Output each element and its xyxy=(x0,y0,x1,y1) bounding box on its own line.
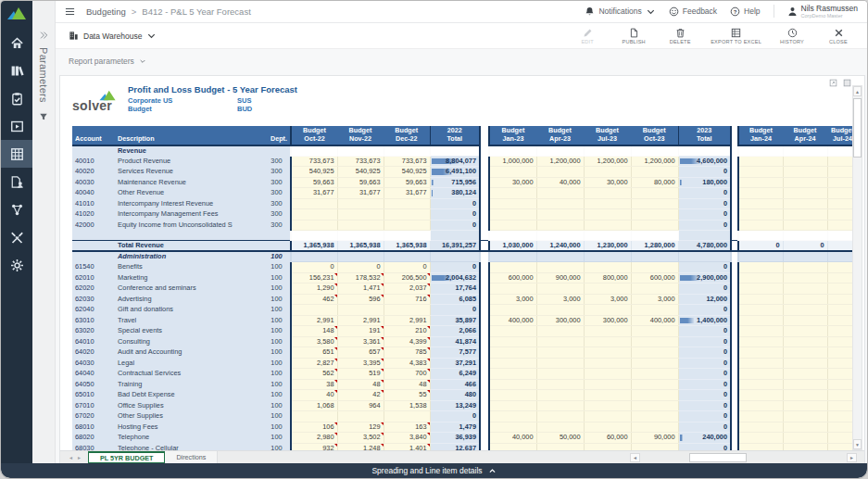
cell-budget-value[interactable]: 31,677 xyxy=(384,188,430,199)
filter-funnel-icon[interactable] xyxy=(39,112,48,121)
cell-budget-value[interactable] xyxy=(631,422,678,433)
cell-budget-value[interactable]: 50,000 xyxy=(536,433,584,444)
cell-budget-value[interactable]: 700 xyxy=(384,369,430,380)
cell-budget-value[interactable] xyxy=(783,209,827,221)
cell-budget-value[interactable] xyxy=(631,167,678,178)
cell-budget-value[interactable] xyxy=(536,422,584,433)
cell-budget-value[interactable]: 59,663 xyxy=(384,177,430,188)
cell-budget-value[interactable] xyxy=(337,305,384,316)
cell-budget-value[interactable] xyxy=(536,188,584,199)
cell-budget-value[interactable] xyxy=(738,167,783,178)
cell-budget-value[interactable] xyxy=(738,411,783,422)
cell-budget-value[interactable]: 148 xyxy=(291,326,337,337)
cell-budget-value[interactable] xyxy=(738,209,783,221)
cell-budget-value[interactable] xyxy=(631,284,678,295)
cell-budget-value[interactable] xyxy=(584,326,631,337)
cell-budget-value[interactable] xyxy=(738,326,783,337)
cell-budget-value[interactable] xyxy=(783,326,827,337)
vertical-scrollbar[interactable]: ▲ ▼ xyxy=(852,85,862,450)
horizontal-scrollbar[interactable]: ◄ ► xyxy=(630,453,857,462)
user-menu[interactable]: Nils Rasmussen CorpDemo Master xyxy=(787,5,858,19)
cell-budget-value[interactable] xyxy=(783,315,827,326)
cell-budget-value[interactable] xyxy=(489,220,536,231)
cell-budget-value[interactable] xyxy=(536,390,584,401)
cell-budget-value[interactable]: 300,000 xyxy=(536,315,584,326)
cell-budget-value[interactable]: 1,471 xyxy=(337,284,384,295)
cell-budget-value[interactable] xyxy=(631,220,678,231)
cell-budget-value[interactable] xyxy=(738,220,783,231)
cell-budget-value[interactable]: 191 xyxy=(337,326,384,337)
cell-budget-value[interactable] xyxy=(291,220,337,231)
cell-budget-value[interactable] xyxy=(489,167,536,178)
cell-budget-value[interactable]: 1,068 xyxy=(291,400,337,411)
cell-budget-value[interactable] xyxy=(584,198,631,209)
cell-budget-value[interactable] xyxy=(631,188,678,199)
cell-budget-value[interactable] xyxy=(631,358,678,369)
cell-budget-value[interactable] xyxy=(536,358,584,369)
cell-budget-value[interactable]: 2,991 xyxy=(291,315,337,326)
cell-budget-value[interactable]: 59,663 xyxy=(337,177,384,188)
cell-budget-value[interactable] xyxy=(783,156,827,167)
cell-budget-value[interactable] xyxy=(584,284,631,295)
cell-budget-value[interactable] xyxy=(631,400,678,411)
cell-budget-value[interactable]: 540,925 xyxy=(291,167,337,178)
cell-budget-value[interactable] xyxy=(489,284,536,295)
cell-budget-value[interactable]: 651 xyxy=(291,347,337,359)
parameters-panel[interactable]: Parameters xyxy=(32,1,56,463)
cell-budget-value[interactable]: 30,000 xyxy=(584,177,631,188)
breadcrumb-app[interactable]: Budgeting xyxy=(86,6,126,17)
cell-budget-value[interactable]: 964 xyxy=(337,400,384,411)
sidebar-item-clipboard-check[interactable] xyxy=(1,84,32,112)
cell-budget-value[interactable]: 1,290 xyxy=(291,284,337,295)
cell-budget-value[interactable]: 932 xyxy=(291,443,337,450)
cell-budget-value[interactable] xyxy=(536,443,584,450)
cell-budget-value[interactable] xyxy=(631,379,678,390)
publish-button[interactable]: PUBLISH xyxy=(612,26,655,45)
delete-button[interactable]: DELETE xyxy=(659,26,701,45)
cell-budget-value[interactable] xyxy=(536,400,584,411)
vertical-scroll-thumb[interactable] xyxy=(853,98,862,158)
cell-budget-value[interactable]: 38 xyxy=(291,379,337,390)
sheet-tab-pl-5yr-budget[interactable]: PL 5YR BUDGET xyxy=(88,451,165,463)
cell-budget-value[interactable]: 600,000 xyxy=(631,272,678,284)
cell-budget-value[interactable] xyxy=(384,198,430,209)
cell-budget-value[interactable]: 462 xyxy=(291,294,337,305)
cell-budget-value[interactable]: 40,000 xyxy=(536,177,584,188)
sidebar-item-home[interactable] xyxy=(1,29,32,57)
cell-budget-value[interactable] xyxy=(738,305,783,316)
cell-budget-value[interactable] xyxy=(631,369,678,380)
close-button[interactable]: CLOSE xyxy=(817,26,860,45)
sidebar-item-gear[interactable] xyxy=(1,251,32,279)
cell-budget-value[interactable]: 40,000 xyxy=(489,433,536,444)
cell-budget-value[interactable]: 40 xyxy=(291,390,337,401)
cell-budget-value[interactable]: 3,000 xyxy=(631,294,678,305)
sidebar-item-binder[interactable] xyxy=(1,57,32,84)
notifications-button[interactable]: Notifications xyxy=(585,6,655,17)
cell-budget-value[interactable] xyxy=(738,358,783,369)
cell-budget-value[interactable] xyxy=(631,411,678,422)
cell-budget-value[interactable] xyxy=(738,400,783,411)
cell-budget-value[interactable] xyxy=(738,262,783,273)
cell-budget-value[interactable]: 657 xyxy=(337,347,384,359)
cell-budget-value[interactable] xyxy=(783,272,827,284)
cell-budget-value[interactable]: 1,538 xyxy=(384,400,430,411)
cell-budget-value[interactable] xyxy=(783,220,827,231)
cell-budget-value[interactable]: 55 xyxy=(384,390,430,401)
sidebar-item-budget-grid[interactable] xyxy=(1,140,32,168)
cell-budget-value[interactable]: 30,000 xyxy=(489,177,536,188)
cell-budget-value[interactable]: 1,248 xyxy=(337,443,384,450)
panel-icon[interactable] xyxy=(843,79,851,87)
cell-budget-value[interactable] xyxy=(536,167,584,178)
cell-budget-value[interactable]: 206,500 xyxy=(384,272,430,284)
cell-budget-value[interactable] xyxy=(536,198,584,209)
cell-budget-value[interactable] xyxy=(536,379,584,390)
cell-budget-value[interactable]: 716 xyxy=(384,294,430,305)
cell-budget-value[interactable] xyxy=(738,369,783,380)
cell-budget-value[interactable] xyxy=(584,167,631,178)
cell-budget-value[interactable] xyxy=(631,305,678,316)
edit-button[interactable]: EDIT xyxy=(566,26,609,45)
cell-budget-value[interactable]: 60,000 xyxy=(584,433,631,444)
cell-budget-value[interactable] xyxy=(783,379,827,390)
cell-budget-value[interactable]: 2,991 xyxy=(337,315,384,326)
sheet-tab-directions[interactable]: Directions xyxy=(165,451,218,463)
